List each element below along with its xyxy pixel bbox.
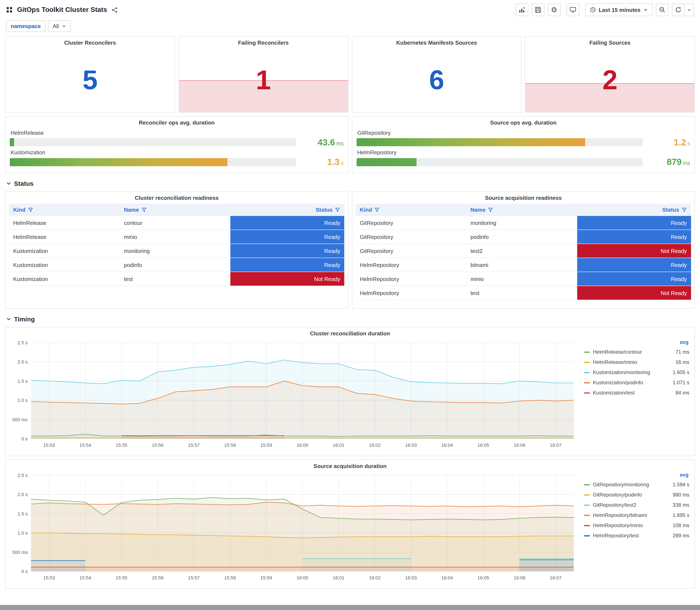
monitor-icon [569, 6, 576, 13]
cell-status: Ready [230, 244, 344, 258]
legend-item[interactable]: GitRepository/monitoring1.594 s [584, 480, 689, 490]
add-panel-button[interactable] [515, 3, 528, 16]
svg-text:16:07: 16:07 [550, 443, 561, 448]
add-panel-icon [518, 6, 525, 13]
gauge-value-number: 43.6 [318, 137, 335, 147]
gauge-value-number: 1.2 [674, 137, 686, 147]
series-name: Kustomization/podinfo [593, 380, 670, 386]
gauge-label: HelmRelease [11, 129, 344, 136]
cell-kind: GitRepository [356, 244, 466, 258]
panel-title[interactable]: Source acquisition duration [5, 460, 695, 471]
legend-item[interactable]: HelmRepository/test289 ms [584, 530, 689, 541]
legend-item[interactable]: Kustomization/podinfo1.071 s [584, 378, 689, 388]
row-header-status[interactable]: Status [5, 176, 695, 188]
table-panel-source-readiness: Source acquisition readiness Kind Name S… [352, 191, 695, 309]
filter-icon [28, 207, 33, 212]
series-name: HelmRepository/test [593, 533, 670, 539]
column-header-status[interactable]: Status [230, 204, 344, 216]
svg-text:15:58: 15:58 [224, 575, 236, 580]
panel-title[interactable]: Cluster reconciliation duration [5, 327, 695, 338]
table-row: HelmRepositorybitnamiReady [356, 258, 691, 272]
legend-item[interactable]: Kustomization/test84 ms [584, 388, 689, 398]
gauge-row: GitRepository 1.2s [356, 129, 690, 147]
legend-sort-avg[interactable]: avg [584, 338, 689, 347]
gauges-row: Reconciler ops avg. duration HelmRelease… [5, 116, 695, 173]
series-color-icon [584, 351, 590, 353]
cell-status: Not Ready [577, 244, 691, 258]
stat-panel-manifest-sources: Kubernetes Manifests Sources 6 [352, 36, 522, 113]
column-header-name[interactable]: Name [120, 204, 230, 216]
legend-item[interactable]: HelmRelease/minio16 ms [584, 357, 689, 367]
cycle-view-button[interactable] [566, 3, 579, 16]
stat-value: 6 [352, 48, 521, 112]
cell-name: minio [466, 272, 577, 286]
refresh-button[interactable] [672, 3, 685, 16]
table-header: Kind Name Status [356, 204, 691, 216]
table-row: KustomizationtestNot Ready [9, 272, 344, 286]
series-avg-value: 108 ms [672, 523, 689, 528]
svg-text:16:06: 16:06 [514, 443, 525, 448]
column-header-kind[interactable]: Kind [356, 204, 466, 216]
legend-item[interactable]: HelmRepository/bitnami1.695 s [584, 510, 689, 520]
series-name: GitRepository/test2 [593, 502, 670, 508]
gauge-value: 879ms [647, 157, 690, 167]
svg-text:16:00: 16:00 [296, 575, 308, 580]
stat-panel-cluster-reconcilers: Cluster Reconcilers 5 [5, 36, 175, 113]
time-range-picker[interactable]: Last 15 minutes [585, 3, 652, 16]
series-avg-value: 289 ms [672, 533, 689, 539]
chevron-down-icon [62, 24, 66, 28]
column-header-name[interactable]: Name [466, 204, 577, 216]
svg-text:2.0 s: 2.0 s [17, 359, 28, 365]
gauge-panel-source-ops: Source ops avg. duration GitRepository 1… [352, 116, 695, 173]
cell-name: minio [120, 230, 230, 244]
svg-text:16:00: 16:00 [296, 443, 308, 448]
legend-item[interactable]: HelmRelease/contour71 ms [584, 347, 689, 357]
cell-kind: HelmRelease [9, 230, 120, 244]
column-header-status[interactable]: Status [577, 204, 691, 216]
panel-title[interactable]: Cluster reconciliation readiness [5, 192, 348, 203]
cell-name: test [120, 272, 230, 286]
series-color-icon [584, 484, 590, 485]
legend-item[interactable]: HelmRepository/minio108 ms [584, 520, 689, 530]
gauge-value-unit: ms [683, 160, 690, 166]
bar-gauge-track [356, 158, 642, 166]
svg-text:500 ms: 500 ms [12, 550, 28, 555]
svg-text:16:07: 16:07 [550, 575, 561, 580]
refresh-icon [675, 6, 682, 13]
bar-gauge-fill [356, 138, 585, 146]
legend-item[interactable]: Kustomization/monitoring1.605 s [584, 367, 689, 378]
table-row: GitRepositorytest2Not Ready [356, 244, 691, 258]
gauge-value-unit: s [341, 160, 344, 166]
zoom-out-button[interactable] [656, 3, 669, 16]
cell-status: Ready [230, 216, 344, 229]
variable-value-dropdown[interactable]: All [48, 20, 71, 32]
panel-title[interactable]: Failing Sources [525, 36, 695, 48]
panel-title[interactable]: Kubernetes Manifests Sources [352, 36, 521, 48]
column-header-kind[interactable]: Kind [9, 204, 120, 216]
svg-text:500 ms: 500 ms [12, 417, 28, 422]
legend-sort-avg[interactable]: avg [584, 471, 689, 480]
gauge-row: HelmRepository 879ms [356, 149, 690, 167]
table-row: KustomizationpodinfoReady [9, 258, 344, 272]
dashboard-settings-button[interactable]: ⚙ [548, 3, 560, 16]
save-dashboard-button[interactable] [532, 3, 544, 16]
share-icon[interactable] [111, 6, 118, 13]
panel-title[interactable]: Source ops avg. duration [352, 116, 695, 128]
series-avg-value: 1.605 s [672, 369, 689, 375]
legend-item[interactable]: GitRepository/podinfo980 ms [584, 490, 689, 500]
svg-text:1.5 s: 1.5 s [17, 511, 28, 516]
legend-item[interactable]: GitRepository/test2338 ms [584, 500, 689, 510]
refresh-interval-dropdown[interactable] [685, 3, 694, 16]
row-header-timing[interactable]: Timing [5, 312, 695, 323]
panel-title[interactable]: Reconciler ops avg. duration [5, 116, 348, 128]
gauge-panel-reconciler-ops: Reconciler ops avg. duration HelmRelease… [5, 116, 348, 173]
panel-title[interactable]: Cluster Reconcilers [5, 36, 175, 48]
panel-title[interactable]: Source acquisition readiness [352, 192, 695, 203]
series-avg-value: 1.695 s [672, 512, 689, 518]
table-row: GitRepositorypodinfoReady [356, 230, 691, 244]
svg-text:15:58: 15:58 [224, 443, 236, 448]
stat-value: 5 [5, 48, 175, 112]
panel-title[interactable]: Failing Reconcilers [179, 36, 348, 48]
gauge-value-unit: s [687, 140, 690, 146]
stat-panel-failing-reconcilers: Failing Reconcilers 1 [179, 36, 348, 113]
